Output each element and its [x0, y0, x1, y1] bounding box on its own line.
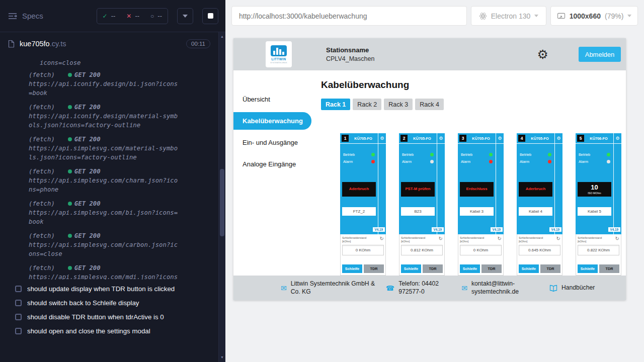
log-status: GET 200 [68, 263, 101, 273]
scrollbar-thumb[interactable] [220, 169, 224, 236]
log-entry[interactable]: (fetch)GET 200 https://api.iconify.desig… [29, 103, 208, 130]
log-entry[interactable]: (fetch)GET 200 https://api.iconify.desig… [29, 70, 208, 98]
tab-rack-3[interactable]: Rack 3 [384, 99, 413, 110]
test-item[interactable]: should update display when TDR button is… [0, 282, 218, 296]
cable-name-field[interactable]: Kabel 5 [578, 207, 611, 216]
cable-name-field[interactable]: B23 [401, 207, 435, 216]
resistance-value: 0 KOhm [460, 245, 502, 255]
log-prefix: (fetch) [29, 231, 55, 240]
test-checkbox-icon [15, 286, 22, 292]
log-url: https://api.iconify.design/bi.json?icons… [29, 79, 180, 98]
panel-scrollbar[interactable]: ▲ ▼ [218, 32, 225, 362]
schleife-button[interactable]: Schleife [401, 264, 421, 273]
sidebar-item-kabelueberwachung[interactable]: Kabelüberwachung [233, 112, 311, 130]
tab-rack-2[interactable]: Rack 2 [353, 99, 381, 110]
aut-toolbar: Electron 130 1000x660 (79%) [225, 6, 644, 26]
card-side-column [437, 144, 445, 234]
refresh-icon[interactable]: ↻ [498, 236, 502, 241]
screen: Specs ✓-- ✕-- ○-- kue705fo.cy.ts 00:11 i… [0, 0, 644, 362]
pending-icon: ○ [150, 13, 154, 20]
card-side-column [496, 144, 504, 234]
schleife-button[interactable]: Schleife [578, 264, 598, 273]
scroll-up-icon[interactable]: ▲ [219, 33, 225, 40]
stop-button[interactable] [202, 8, 218, 24]
resistance-value: 0.822 KOhm [578, 245, 619, 255]
scroll-down-icon[interactable]: ▼ [219, 354, 225, 361]
status-display: Erdschluss [460, 182, 494, 197]
log-line-continuation[interactable]: icons=close [40, 58, 208, 67]
tab-rack-4[interactable]: Rack 4 [415, 99, 444, 110]
test-checkbox-icon [15, 300, 22, 306]
refresh-icon[interactable]: ↻ [439, 236, 443, 241]
viewport-select[interactable]: 1000x660 (79%) [550, 6, 638, 26]
schleife-button[interactable]: Schleife [342, 264, 362, 273]
stage: Electron 130 1000x660 (79%) LITTWIN [225, 0, 644, 362]
sidebar-item-analoge-eingaenge[interactable]: Analoge Eingänge [233, 155, 311, 173]
card-gear-icon[interactable]: ⚙ [437, 133, 445, 143]
device-card-2: 2 KÜ705-FO ⚙ Betrieb Alarm [399, 133, 445, 276]
cypress-sidebar: Specs ✓-- ✕-- ○-- kue705fo.cy.ts 00:11 i… [0, 0, 225, 362]
refresh-icon[interactable]: ↻ [615, 236, 619, 241]
chevron-down-icon [627, 15, 631, 17]
log-status: GET 200 [68, 199, 101, 208]
alarm-led [607, 160, 610, 163]
card-model: KÜ705-FO [408, 136, 437, 141]
log-entry[interactable]: (fetch)GET 200 https://api.simplesvg.com… [29, 199, 208, 226]
schleife-button[interactable]: Schleife [519, 264, 539, 273]
browser-select[interactable]: Electron 130 [471, 6, 546, 26]
test-item[interactable]: should switch back to Schleife display [0, 296, 218, 310]
card-gear-icon[interactable]: ⚙ [613, 133, 621, 143]
test-stats: ✓-- ✕-- ○-- [97, 8, 168, 24]
station-label: Stationsname [326, 46, 374, 54]
logout-button[interactable]: Abmelden [579, 47, 621, 62]
refresh-icon[interactable]: ↻ [380, 236, 384, 241]
test-item[interactable]: should disable TDR button when tdrActive… [0, 310, 218, 324]
sidebar-item-ein-und-ausgaenge[interactable]: Ein- und Ausgänge [233, 134, 311, 151]
cable-name-field[interactable]: FTZ_2 [342, 207, 376, 216]
settings-gear-icon[interactable]: ⚙ [537, 48, 548, 61]
tdr-button[interactable]: TDR [423, 264, 443, 273]
card-gear-icon[interactable]: ⚙ [496, 133, 504, 143]
card-gear-icon[interactable]: ⚙ [554, 133, 562, 143]
status-display: 10 ISO MOhm [578, 182, 611, 197]
firmware-version: V4.19 [373, 227, 385, 232]
log-status: GET 200 [68, 135, 101, 144]
device-card-4: 4 KÜ705-FO ⚙ Betrieb Alarm [517, 133, 562, 276]
resistance-label: Schleifenwiderstand [kOhm] [401, 236, 430, 243]
resistance-value: 0.645 KOhm [519, 245, 560, 255]
tdr-button[interactable]: TDR [481, 264, 502, 273]
collapse-runs-button[interactable] [177, 8, 193, 24]
refresh-icon[interactable]: ↻ [556, 236, 560, 241]
cable-name-field[interactable]: Kabel 3 [460, 207, 494, 216]
betrieb-led [371, 153, 375, 156]
log-entry[interactable]: (fetch)GET 200 https://api.simplesvg.com… [29, 263, 208, 280]
littwin-logo: LITTWIN SYSTEMTECHNIK [266, 41, 292, 67]
station-info: Stationsname CPLV4_Maschen [326, 46, 374, 62]
specs-menu-icon[interactable] [8, 13, 17, 20]
tdr-button[interactable]: TDR [599, 264, 619, 273]
betrieb-label: Betrieb [402, 152, 414, 157]
test-item[interactable]: should open and close the settings modal [0, 324, 218, 338]
browser-label: Electron 130 [491, 12, 531, 20]
tab-rack-1[interactable]: Rack 1 [321, 99, 350, 110]
cable-name-field[interactable]: Kabel 4 [519, 207, 552, 216]
spec-name[interactable]: kue705fo.cy.ts [20, 39, 66, 48]
footer-manuals[interactable]: Handbücher [549, 284, 595, 292]
url-input[interactable] [231, 6, 467, 26]
logo-subtext: SYSTEMTECHNIK [270, 62, 287, 64]
tdr-button[interactable]: TDR [540, 264, 560, 273]
sidebar-item-uebersicht[interactable]: Übersicht [233, 90, 311, 108]
tdr-button[interactable]: TDR [364, 264, 384, 273]
alarm-led [489, 160, 493, 163]
log-entry[interactable]: (fetch)GET 200 https://api.simplesvg.com… [29, 231, 208, 258]
log-entry[interactable]: (fetch)GET 200 https://api.simplesvg.com… [29, 167, 208, 194]
log-entry[interactable]: (fetch)GET 200 https://api.simplesvg.com… [29, 135, 208, 162]
resistance-label: Schleifenwiderstand [kOhm] [578, 236, 607, 243]
card-gear-icon[interactable]: ⚙ [378, 133, 386, 143]
schleife-button[interactable]: Schleife [460, 264, 480, 273]
book-icon [549, 285, 557, 292]
spec-header: kue705fo.cy.ts 00:11 [0, 32, 218, 55]
cypress-topbar: Specs ✓-- ✕-- ○-- [0, 0, 225, 32]
card-model: KÜ705-FO [466, 136, 496, 141]
footer-email[interactable]: ✉ kontakt@littwin-systemtechnik.de [461, 280, 541, 296]
